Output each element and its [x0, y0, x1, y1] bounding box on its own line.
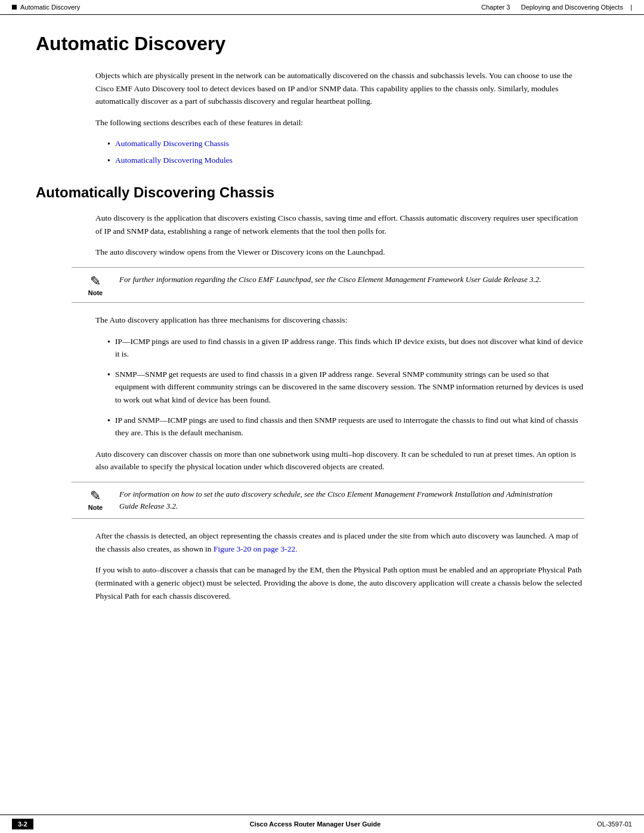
note-pencil-icon: ✎ [90, 275, 101, 288]
chassis-section-heading: Automatically Discovering Chassis [36, 184, 608, 201]
main-content: Automatic Discovery Objects which are ph… [0, 15, 644, 646]
list-item: Automatically Discovering Modules [107, 154, 584, 168]
header-bar: Automatic Discovery Chapter 3 Deploying … [0, 0, 644, 15]
header-right: Chapter 3 Deploying and Discovering Obje… [481, 4, 632, 11]
header-chapter: Chapter 3 [481, 4, 510, 11]
chassis-para3: Auto discovery can discover chassis on m… [95, 448, 584, 473]
header-chapter-title: Deploying and Discovering Objects [521, 4, 623, 11]
footer-right-text: OL-3597-01 [597, 820, 632, 828]
note-2-icon-col: ✎ Note [72, 488, 119, 511]
mechanisms-list: IP—ICMP pings are used to find chassis i… [107, 335, 584, 439]
mechanism-1-text: IP—ICMP pings are used to find chassis i… [115, 335, 584, 361]
sections-intro: The following sections describes each of… [95, 116, 584, 129]
chassis-para2: The auto discovery window opens from the… [95, 246, 584, 259]
list-item: SNMP—SNMP get requests are used to find … [107, 368, 584, 407]
page-title: Automatic Discovery [36, 33, 608, 55]
list-item: IP—ICMP pings are used to find chassis i… [107, 335, 584, 361]
chassis-para1: Auto discovery is the application that d… [95, 212, 584, 237]
note-2-label: Note [88, 504, 103, 511]
chassis-para4: After the chassis is detected, an object… [95, 529, 584, 555]
note-icon-col: ✎ Note [72, 274, 119, 296]
note-1-text: For further information regarding the Ci… [119, 274, 584, 286]
footer-center-text: Cisco Access Router Manager User Guide [250, 820, 381, 828]
figure-link[interactable]: Figure 3-20 on page 3-22 [213, 544, 295, 553]
note-2-text: For information on how to set the auto d… [119, 488, 584, 512]
header-square-icon [12, 5, 17, 10]
mechanism-3-text: IP and SNMP—ICMP pings are used to find … [115, 414, 584, 439]
footer-page-number: 3-2 [12, 819, 33, 829]
mechanism-2-text: SNMP—SNMP get requests are used to find … [115, 368, 584, 407]
header-left: Automatic Discovery [12, 4, 80, 11]
note-2-pencil-icon: ✎ [90, 490, 101, 503]
footer: 3-2 Cisco Access Router Manager User Gui… [0, 815, 644, 833]
chassis-para4-part1: After the chassis is detected, an object… [95, 531, 578, 553]
list-item: Automatically Discovering Chassis [107, 137, 584, 151]
chassis-para5: If you wish to auto–discover a chassis t… [95, 563, 584, 602]
list-item: IP and SNMP—ICMP pings are used to find … [107, 414, 584, 439]
header-section-label: Automatic Discovery [20, 4, 80, 11]
note-label: Note [88, 289, 103, 296]
header-separator: | [630, 4, 632, 11]
mechanisms-intro: The Auto discovery application has three… [95, 314, 584, 327]
bullet-link-list: Automatically Discovering Chassis Automa… [107, 137, 584, 168]
chassis-para4-part2: . [295, 544, 297, 553]
note-1: ✎ Note For further information regarding… [72, 267, 584, 303]
intro-paragraph: Objects which are physically present in … [95, 69, 584, 108]
note-2: ✎ Note For information on how to set the… [72, 482, 584, 519]
link-discovering-chassis[interactable]: Automatically Discovering Chassis [115, 137, 229, 150]
link-discovering-modules[interactable]: Automatically Discovering Modules [115, 154, 233, 167]
